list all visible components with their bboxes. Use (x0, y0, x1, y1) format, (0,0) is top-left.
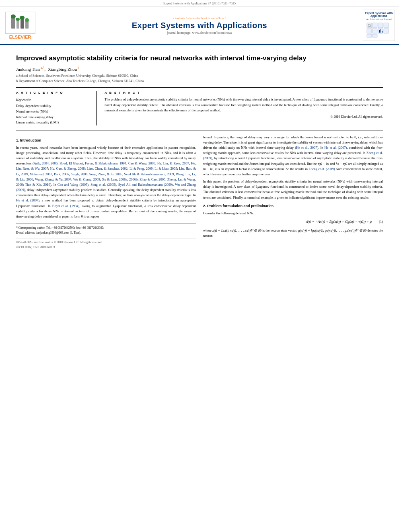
journal-right-logo: Expert Systems with Applications An Inte… (363, 10, 395, 41)
intro-paragraph-1: In recent years, neural networks have be… (16, 145, 196, 219)
ref-cao[interactable]: Cao & Wang, 2005 (128, 161, 155, 165)
footnote-email: E-mail address: tianjunkang1980@163.com … (16, 230, 196, 235)
ref-cao-wang[interactable]: Cao and Wang (2005) (58, 183, 88, 187)
svg-rect-17 (372, 34, 377, 37)
svg-rect-19 (380, 29, 381, 33)
ref-xu[interactable]: Xu & Lam, 2006a, 2006b (102, 177, 138, 181)
author-a-sup: a,* (40, 66, 45, 70)
ref-tian[interactable]: Tian & Xie, 2010 (25, 183, 50, 187)
svg-rect-11 (384, 23, 389, 28)
right-logo-icons (366, 22, 392, 38)
ref-wang-zhang[interactable]: Wang, Zhang, & Yu, 2007 (35, 177, 71, 181)
svg-rect-20 (382, 31, 383, 33)
ref-he-2007[interactable]: He et al. (2007) (16, 198, 39, 202)
ref-song[interactable]: Song, Zhao, & Li, 2005 (89, 172, 122, 176)
keyword-3: Interval time-varying delay (16, 115, 90, 120)
abstract-text: The problem of delay-dependent asymptoti… (105, 97, 383, 113)
right-logo-subtitle: An International Journal (365, 17, 393, 21)
column-right: bound. In practice, the range of delay m… (203, 135, 383, 250)
section2-intro: Consider the following delayed NNs: (203, 211, 383, 216)
footnote-corresponding: * Corresponding author. Tel.: +86 081726… (16, 226, 196, 230)
issn-line: 0957-4174/$ - see front matter © 2010 El… (16, 240, 196, 245)
article-meta-section: A R T I C L E I N F O Keywords: Delay-de… (16, 87, 383, 125)
article-body: Improved asymptotic stability criteria f… (0, 45, 399, 253)
affiliations: a School of Sciences, Southwest Petroleu… (16, 73, 383, 84)
svg-rect-10 (378, 23, 383, 28)
ref-syed-2009[interactable]: Syed Ali and Balasubramaniam (2009) (118, 183, 173, 187)
keywords-label: Keywords: (16, 98, 90, 102)
journal-homepage: journal homepage: www.elsevier.com/locat… (40, 31, 359, 35)
affiliation-b: b Department of Computer Science, Aba Te… (16, 78, 383, 84)
ref-syed[interactable]: Syed Ali & Balasubramaniam, 2009 (124, 172, 174, 176)
journal-header: ELSEVIER Contents lists available at Sci… (0, 6, 399, 45)
footnote-area: * Corresponding author. Tel.: +86 081726… (16, 223, 196, 235)
column-left: 1. Introduction In recent years, neural … (16, 135, 196, 250)
journal-citation: Expert Systems with Applications 37 (201… (163, 2, 236, 5)
main-content: 1. Introduction In recent years, neural … (16, 130, 383, 250)
right-paragraph-2: In this paper, the problem of delay-depe… (203, 179, 383, 200)
journal-center-info: Contents lists available at ScienceDirec… (40, 16, 359, 35)
svg-point-4 (11, 14, 16, 18)
elsevier-wordmark: ELSEVIER (9, 35, 31, 39)
svg-rect-16 (367, 34, 372, 37)
equation-1-number: (1) (376, 219, 383, 224)
journal-topbar: Expert Systems with Applications 37 (201… (0, 0, 399, 6)
ref-he-2007-r[interactable]: He et al., 2007 (296, 146, 317, 150)
right-logo-title: Expert Systems with Applications (365, 12, 393, 17)
section2-variable-description: where x(t) = [x₁(t), x₂(t), . . . , xₙ(t… (203, 228, 383, 238)
ref-singh[interactable]: Singh, 2008 (71, 172, 87, 176)
journal-title: Expert Systems with Applications (40, 21, 359, 30)
author-a-name: Junkang Tian (16, 67, 40, 72)
abstract-section: A B S T R A C T The problem of delay-dep… (105, 91, 383, 125)
keyword-1: Delay-dependent stability (16, 103, 90, 109)
authors-line: Junkang Tian a,*, Xiangbing Zhou b (16, 66, 383, 72)
ref-hu[interactable]: Hu, Gao, & Zheng, 2008 (50, 166, 85, 170)
equation-1: ẋ(t) = −Ax(t) + Bg(x(t)) + Cg(x(t − τ(t)… (306, 219, 372, 225)
ref-liao[interactable]: Liao, Chen, & Sanchez, 2002 (86, 166, 128, 170)
ref-wu[interactable]: Wu & Zhang, 2009 (73, 177, 100, 181)
doi-line: doi:10.1016/j.eswa.2010.04.093 (16, 245, 196, 250)
ref-li-liao[interactable]: Li & Liao, 2005 (154, 166, 177, 170)
ref-li-feng[interactable]: Li & Feng, 2009 (130, 166, 153, 170)
keywords-list: Delay-dependent stability Neural network… (16, 103, 90, 125)
keyword-4: Linear matrix inequality (LMI) (16, 120, 90, 125)
ref-zheng-r[interactable]: Zheng et al. (2009) (309, 167, 335, 171)
section2-heading: 2. Problem formulation and preliminaries (203, 203, 383, 209)
ref-mohamad[interactable]: Mohamad, 2007 (30, 172, 52, 176)
elsevier-logo-left: ELSEVIER (4, 12, 36, 39)
author-b-name: Xiangbing Zhou (48, 67, 77, 72)
copyright-bar: 0957-4174/$ - see front matter © 2010 El… (16, 238, 196, 249)
author-b-sup: b (77, 66, 79, 70)
right-paragraph-1: bound. In practice, the range of delay m… (203, 135, 383, 177)
intro-heading: 1. Introduction (16, 138, 196, 144)
equation-1-row: ẋ(t) = −Ax(t) + Bg(x(t)) + Cg(x(t − τ(t)… (203, 219, 383, 225)
elsevier-image (5, 12, 35, 34)
ref-boyd-1994[interactable]: Boyd et al. (1994) (52, 204, 80, 208)
abstract-copyright: © 2010 Elsevier Ltd. All rights reserved… (105, 115, 383, 119)
ref-boyd[interactable]: Boyd, El Ghaoui, Feron, & Balakrishnam, … (60, 161, 126, 165)
ref-zheng-2009[interactable]: Zheng et al. (2009) (203, 151, 383, 160)
article-info-box: A R T I C L E I N F O Keywords: Delay-de… (16, 91, 97, 125)
keyword-2: Neural networks (NNs) (16, 109, 90, 115)
svg-point-6 (20, 16, 25, 20)
svg-point-5 (16, 18, 20, 21)
ref-zhao[interactable]: Zhao & Cao, 2005 (140, 177, 165, 181)
svg-rect-13 (372, 29, 377, 33)
affiliation-a: a School of Sciences, Southwest Petroleu… (16, 73, 383, 78)
ref-arik[interactable]: Arik, 2004, 2006 (34, 161, 58, 165)
svg-rect-12 (367, 29, 372, 33)
math-h2h1: h₂ − h₁ (203, 167, 213, 171)
sciencedirect-label: Contents lists available at ScienceDirec… (40, 16, 359, 20)
abstract-label: A B S T R A C T (105, 91, 383, 94)
math-h2: h₂ − τ(t) (336, 162, 347, 166)
svg-point-7 (25, 18, 29, 22)
ref-song-et-al[interactable]: Song et al. (2005) (90, 183, 116, 187)
math-tau: τ(t) − h₁ (318, 162, 329, 166)
ref-he-2007-r2[interactable]: He et al. (2007) (325, 146, 347, 150)
ref-park[interactable]: Park, 2006 (54, 172, 69, 176)
svg-rect-18 (379, 30, 380, 33)
ref-he2007a[interactable]: He, Liu, & Rees, 2007 (157, 161, 189, 165)
svg-rect-9 (372, 23, 377, 28)
svg-rect-15 (384, 29, 389, 33)
sciencedirect-name[interactable]: ScienceDirect (208, 16, 226, 20)
